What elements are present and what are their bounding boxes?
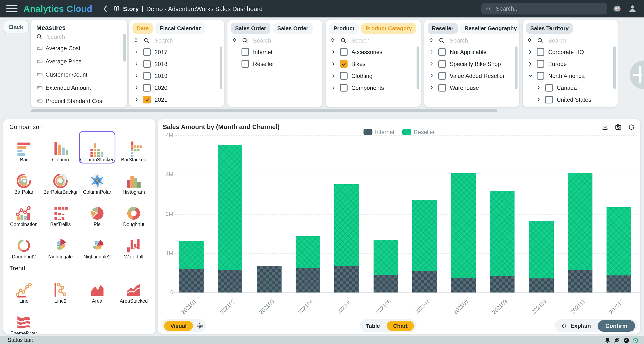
tab-product[interactable]: Product bbox=[329, 23, 359, 34]
tree-item-2020[interactable]: 2020 bbox=[129, 82, 224, 94]
palette-item-doughnut2[interactable]: Doughnut2 bbox=[6, 228, 42, 261]
palette-item-theme-river[interactable]: ThemeRiver bbox=[6, 305, 42, 334]
sort-icon[interactable] bbox=[527, 37, 533, 44]
checkbox[interactable] bbox=[143, 96, 151, 103]
chevron-right-icon[interactable] bbox=[331, 73, 336, 78]
measure-item-customer-count[interactable]: Customer Count bbox=[31, 68, 127, 81]
palette-item-column[interactable]: Column bbox=[42, 131, 79, 163]
checkbox[interactable] bbox=[537, 72, 544, 80]
global-search[interactable] bbox=[481, 3, 607, 14]
checkbox[interactable] bbox=[438, 84, 446, 91]
bar-reseller-202106[interactable] bbox=[373, 240, 398, 274]
chevron-right-icon[interactable] bbox=[331, 49, 336, 54]
bar-internet-202102[interactable] bbox=[218, 270, 242, 293]
bar-internet-202107[interactable] bbox=[412, 271, 437, 293]
tree-item-2021[interactable]: 2021 bbox=[129, 94, 224, 106]
table-toggle[interactable]: Table bbox=[362, 323, 383, 329]
palette-item-line2[interactable]: Line2 bbox=[42, 273, 79, 305]
back-chevron-icon[interactable] bbox=[102, 4, 108, 13]
tree-item-north-america[interactable]: North America bbox=[522, 70, 618, 82]
bar-reseller-202104[interactable] bbox=[296, 236, 320, 268]
tree-item-specialty-bike-shop[interactable]: Specialty Bike Shop bbox=[424, 58, 519, 70]
measure-item-product-standard-cost[interactable]: Product Standard Cost bbox=[31, 94, 127, 107]
chevron-right-icon[interactable] bbox=[429, 85, 434, 90]
bar-internet-202109[interactable] bbox=[490, 276, 515, 293]
checkbox[interactable] bbox=[242, 48, 249, 56]
palette-item-bar-polar-background[interactable]: BarPolarBackground bbox=[42, 163, 79, 196]
checkbox[interactable] bbox=[242, 60, 249, 68]
panel-expand-handle[interactable] bbox=[630, 60, 644, 89]
chevron-right-icon[interactable] bbox=[429, 61, 434, 66]
chevron-right-icon[interactable] bbox=[134, 85, 139, 90]
bar-reseller-202110[interactable] bbox=[529, 221, 554, 278]
measure-item-extended-amount[interactable]: Extended Amount bbox=[31, 81, 127, 94]
tree-item-2019[interactable]: 2019 bbox=[129, 70, 224, 82]
hamburger-menu-icon[interactable] bbox=[6, 5, 18, 12]
legend-item-internet[interactable]: Internet bbox=[364, 129, 394, 135]
bar-internet-202105[interactable] bbox=[334, 266, 359, 293]
tree-item-components[interactable]: Components bbox=[326, 82, 421, 94]
chevron-right-icon[interactable] bbox=[429, 73, 434, 78]
measures-search[interactable] bbox=[31, 32, 127, 42]
scrollbar[interactable] bbox=[123, 34, 126, 62]
checkbox[interactable] bbox=[143, 60, 151, 68]
tree-item-europe[interactable]: Europe bbox=[522, 58, 618, 70]
bell-icon[interactable] bbox=[604, 337, 611, 343]
explain-button[interactable]: Explain bbox=[558, 323, 594, 329]
robot-icon[interactable] bbox=[612, 4, 622, 15]
sort-icon[interactable] bbox=[232, 37, 238, 44]
tab-sales-territory[interactable]: Sales Territory bbox=[526, 23, 573, 34]
palette-item-column-stacked[interactable]: ColumnStacked bbox=[79, 131, 116, 163]
checkbox[interactable] bbox=[545, 96, 553, 103]
checkbox[interactable] bbox=[537, 48, 544, 56]
palette-item-bar[interactable]: Bar bbox=[6, 131, 42, 163]
checkbox[interactable] bbox=[340, 60, 348, 68]
tree-item-partial[interactable] bbox=[522, 106, 618, 107]
tree-item-internet[interactable]: Internet bbox=[228, 46, 322, 58]
visual-button[interactable]: Visual bbox=[164, 321, 193, 331]
bar-reseller-202101[interactable] bbox=[179, 241, 204, 269]
chip-icon[interactable] bbox=[632, 337, 639, 343]
scrollbar[interactable] bbox=[416, 46, 419, 89]
sort-icon[interactable] bbox=[330, 37, 336, 44]
redirect-icon[interactable] bbox=[623, 337, 630, 343]
chevron-right-icon[interactable] bbox=[331, 61, 336, 66]
bar-reseller-202102[interactable] bbox=[218, 145, 242, 270]
tab-sales-order[interactable]: Sales Order bbox=[273, 23, 313, 34]
tree-item-united-states[interactable]: United States bbox=[522, 94, 618, 106]
measures-search-input[interactable] bbox=[46, 33, 99, 40]
bar-reseller-202111[interactable] bbox=[568, 173, 592, 271]
legend-item-reseller[interactable]: Reseller bbox=[402, 129, 435, 135]
palette-item-bar-polar[interactable]: BarPolar bbox=[6, 163, 42, 196]
chevron-right-icon[interactable] bbox=[536, 85, 541, 90]
checkbox[interactable] bbox=[143, 72, 151, 80]
checkbox[interactable] bbox=[143, 84, 151, 91]
panel-search-input[interactable] bbox=[547, 37, 596, 44]
tree-item-canada[interactable]: Canada bbox=[522, 82, 618, 94]
tab-reseller[interactable]: Reseller bbox=[428, 23, 458, 34]
user-icon[interactable] bbox=[628, 4, 637, 15]
tree-item-warehouse[interactable]: Warehouse bbox=[424, 82, 519, 94]
bar-reseller-202109[interactable] bbox=[490, 191, 515, 276]
checkbox[interactable] bbox=[340, 48, 348, 56]
scrollbar[interactable] bbox=[515, 46, 518, 89]
tab-date[interactable]: Date bbox=[132, 23, 153, 34]
tab-sales-order[interactable]: Sales Order bbox=[231, 23, 270, 34]
bar-internet-202108[interactable] bbox=[451, 278, 476, 293]
measure-item-average-cost[interactable]: Average Cost bbox=[31, 42, 127, 55]
tree-item-2018[interactable]: 2018 bbox=[129, 58, 224, 70]
bar-internet-202111[interactable] bbox=[568, 271, 592, 293]
palette-item-area-stacked[interactable]: AreaStacked bbox=[116, 273, 152, 305]
checkbox[interactable] bbox=[340, 84, 348, 91]
bar-internet-202101[interactable] bbox=[179, 269, 204, 293]
measure-item-average-price[interactable]: Average Price bbox=[31, 55, 127, 68]
bar-reseller-202107[interactable] bbox=[412, 200, 437, 271]
bar-internet-202112[interactable] bbox=[607, 276, 632, 293]
tab-reseller-geography[interactable]: Reseller Geography bbox=[460, 23, 519, 34]
tree-item-reseller[interactable]: Reseller bbox=[228, 58, 322, 70]
chevron-right-icon[interactable] bbox=[429, 49, 434, 54]
tree-item-corporate-hq[interactable]: Corporate HQ bbox=[522, 46, 618, 58]
checkbox[interactable] bbox=[438, 48, 446, 56]
global-search-input[interactable] bbox=[495, 5, 582, 12]
tree-item-clothing[interactable]: Clothing bbox=[326, 70, 421, 82]
